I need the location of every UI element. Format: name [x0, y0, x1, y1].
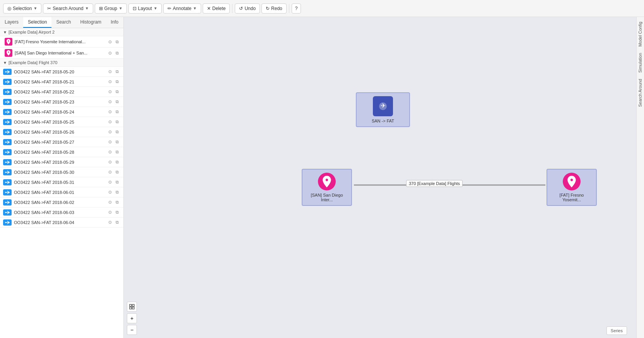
flight-visibility-button[interactable]: ⊙ — [107, 159, 113, 165]
sidebar-content: ▼ [Example Data] Airport 2 [FAT] Fresno … — [0, 28, 123, 338]
san-visibility-button[interactable]: ⊙ — [107, 50, 113, 56]
flight-copy-button[interactable]: ⧉ — [114, 179, 120, 185]
flight-visibility-button[interactable]: ⊙ — [107, 209, 113, 216]
flight-visibility-button[interactable]: ⊙ — [107, 78, 113, 85]
flight-copy-button[interactable]: ⧉ — [114, 119, 120, 125]
flight-copy-button[interactable]: ⧉ — [114, 209, 120, 216]
svg-point-27 — [9, 202, 10, 203]
svg-point-11 — [9, 121, 10, 122]
list-item: OO3422 SAN->FAT 2018-06-01 ⊙ ⧉ — [0, 187, 123, 197]
flight-items-container: OO3422 SAN->FAT 2018-05-20 ⊙ ⧉ OO3422 SA… — [0, 67, 123, 228]
list-item: OO3422 SAN->FAT 2018-05-23 ⊙ ⧉ — [0, 97, 123, 107]
flight-copy-button[interactable]: ⧉ — [114, 159, 120, 165]
fat-copy-button[interactable]: ⧉ — [114, 39, 120, 45]
sidebar: Layers Selection Search Histogram Info ⟪… — [0, 17, 124, 338]
list-item: OO3422 SAN->FAT 2018-05-22 ⊙ ⧉ — [0, 87, 123, 97]
svg-rect-36 — [132, 304, 134, 306]
flight-copy-button[interactable]: ⧉ — [114, 169, 120, 175]
svg-point-28 — [5, 212, 7, 213]
flight-copy-button[interactable]: ⧉ — [114, 199, 120, 206]
flight-visibility-button[interactable]: ⊙ — [107, 219, 113, 226]
tab-info[interactable]: Info — [106, 17, 123, 28]
annotate-label: Annotate — [173, 6, 191, 11]
flight-visibility-button[interactable]: ⊙ — [107, 149, 113, 155]
flight-copy-button[interactable]: ⧉ — [114, 99, 120, 105]
san-copy-button[interactable]: ⧉ — [114, 50, 120, 56]
help-button[interactable]: ? — [292, 3, 301, 14]
flight-visibility-button[interactable]: ⊙ — [107, 109, 113, 115]
help-label: ? — [295, 6, 298, 11]
flight-visibility-button[interactable]: ⊙ — [107, 199, 113, 206]
flight-item-icon — [3, 209, 12, 216]
selection-button[interactable]: ◎ Selection ▼ — [3, 3, 41, 14]
list-item: OO3422 SAN->FAT 2018-05-27 ⊙ ⧉ — [0, 137, 123, 147]
svg-point-2 — [5, 81, 7, 82]
main-toolbar: ◎ Selection ▼ ✂ Search Around ▼ ⊞ Group … — [0, 0, 644, 17]
san-item-label: [SAN] San Diego International + San... — [15, 51, 104, 55]
flight-node-icon: ✈ — [373, 96, 393, 116]
airport-group-header[interactable]: ▼ [Example Data] Airport 2 — [0, 28, 123, 36]
flight-visibility-button[interactable]: ⊙ — [107, 139, 113, 145]
fat-airport-node[interactable]: [FAT] Fresno Yosemit... — [547, 169, 597, 206]
flight-copy-button[interactable]: ⧉ — [114, 149, 120, 155]
flight-group-label: [Example Data] Flight 370 — [9, 60, 58, 65]
group-button[interactable]: ⊞ Group ▼ — [95, 3, 127, 14]
flight-copy-button[interactable]: ⧉ — [114, 189, 120, 195]
annotate-button[interactable]: ✏ Annotate ▼ — [163, 3, 201, 14]
flight-visibility-button[interactable]: ⊙ — [107, 189, 113, 195]
list-item: OO3422 SAN->FAT 2018-06-04 ⊙ ⧉ — [0, 217, 123, 228]
flight-copy-button[interactable]: ⧉ — [114, 129, 120, 135]
search-around-button[interactable]: ✂ Search Around ▼ — [43, 3, 93, 14]
zoom-out-button[interactable]: − — [127, 325, 137, 335]
tab-selection[interactable]: Selection — [23, 17, 51, 28]
zoom-in-icon: + — [130, 315, 133, 321]
flight-graph-node[interactable]: ✈ SAN -> FAT — [356, 92, 410, 127]
flight-visibility-button[interactable]: ⊙ — [107, 169, 113, 175]
svg-point-21 — [9, 172, 10, 173]
flight-item-label: OO3422 SAN->FAT 2018-05-25 — [14, 120, 104, 124]
layout-button[interactable]: ⊡ Layout ▼ — [128, 3, 162, 14]
right-tab-search-around[interactable]: Search Around — [637, 76, 644, 110]
flight-item-label: OO3422 SAN->FAT 2018-05-31 — [14, 180, 104, 185]
flight-copy-button[interactable]: ⧉ — [114, 109, 120, 115]
list-item: OO3422 SAN->FAT 2018-05-21 ⊙ ⧉ — [0, 77, 123, 87]
flight-visibility-button[interactable]: ⊙ — [107, 179, 113, 185]
flight-visibility-button[interactable]: ⊙ — [107, 68, 113, 75]
flight-group-header[interactable]: ▼ [Example Data] Flight 370 — [0, 59, 123, 67]
fit-zoom-button[interactable] — [127, 302, 137, 312]
flight-item-icon — [3, 179, 12, 185]
zoom-out-icon: − — [130, 327, 133, 333]
tab-layers[interactable]: Layers — [0, 17, 23, 28]
right-tab-model-config[interactable]: Model Config — [637, 19, 644, 50]
zoom-in-button[interactable]: + — [127, 313, 137, 323]
flight-item-label: OO3422 SAN->FAT 2018-06-02 — [14, 200, 104, 205]
undo-button[interactable]: ↺ Undo — [235, 3, 260, 14]
flight-item-icon — [3, 139, 12, 145]
svg-point-0 — [5, 71, 7, 72]
series-button[interactable]: Series — [606, 326, 627, 335]
flight-copy-button[interactable]: ⧉ — [114, 78, 120, 85]
flight-visibility-button[interactable]: ⊙ — [107, 129, 113, 135]
list-item: OO3422 SAN->FAT 2018-06-03 ⊙ ⧉ — [0, 207, 123, 217]
canvas-area[interactable]: ✈ SAN -> FAT 370 [Example Data] Flights … — [124, 17, 636, 338]
delete-button[interactable]: ✕ Delete — [203, 3, 230, 14]
svg-point-14 — [5, 141, 7, 143]
flight-visibility-button[interactable]: ⊙ — [107, 88, 113, 95]
annotate-arrow-icon: ▼ — [193, 6, 197, 10]
flight-visibility-button[interactable]: ⊙ — [107, 119, 113, 125]
flight-visibility-button[interactable]: ⊙ — [107, 99, 113, 105]
flight-copy-button[interactable]: ⧉ — [114, 88, 120, 95]
svg-point-29 — [9, 212, 10, 213]
tab-histogram[interactable]: Histogram — [75, 17, 106, 28]
right-tab-simulation[interactable]: Simulation — [637, 50, 644, 76]
tab-search[interactable]: Search — [51, 17, 75, 28]
fat-visibility-button[interactable]: ⊙ — [107, 39, 113, 45]
flight-copy-button[interactable]: ⧉ — [114, 68, 120, 75]
list-item: OO3422 SAN->FAT 2018-05-28 ⊙ ⧉ — [0, 147, 123, 157]
san-airport-node[interactable]: [SAN] San Diego Inter... — [302, 169, 352, 206]
svg-text:✈: ✈ — [381, 102, 386, 109]
layout-icon: ⊡ — [133, 6, 137, 11]
redo-button[interactable]: ↻ Redo — [261, 3, 287, 14]
flight-copy-button[interactable]: ⧉ — [114, 219, 120, 226]
flight-copy-button[interactable]: ⧉ — [114, 139, 120, 145]
